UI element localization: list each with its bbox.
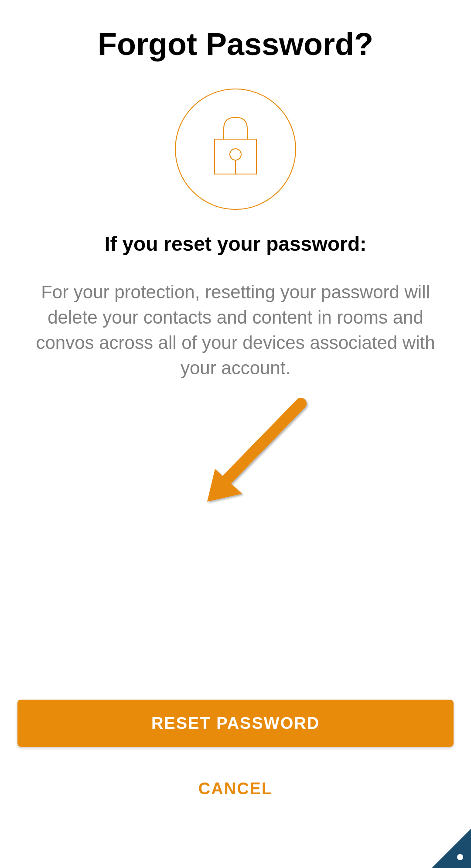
corner-dot-icon <box>457 854 463 860</box>
lock-icon <box>174 88 297 210</box>
warning-description: For your protection, resetting your pass… <box>17 280 454 381</box>
cancel-button[interactable]: CANCEL <box>17 779 454 798</box>
svg-point-2 <box>230 149 241 160</box>
corner-decoration <box>432 829 471 868</box>
subtitle: If you reset your password: <box>105 232 367 256</box>
page-title: Forgot Password? <box>98 26 373 62</box>
reset-password-button[interactable]: RESET PASSWORD <box>17 700 454 747</box>
